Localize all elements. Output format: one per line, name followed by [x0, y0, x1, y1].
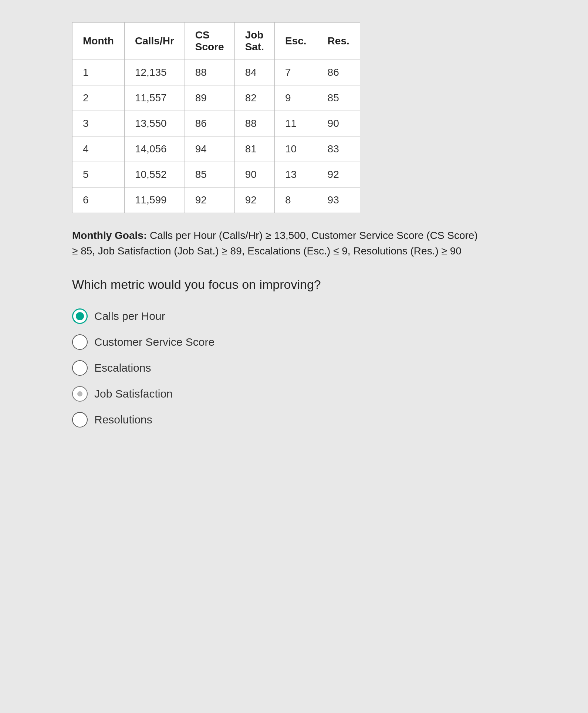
radio-option[interactable]: Escalations	[72, 360, 516, 376]
table-row: 510,55285901392	[72, 162, 360, 187]
table-cell: 2	[72, 85, 125, 111]
table-cell: 93	[317, 187, 360, 213]
table-header-row: MonthCalls/HrCS ScoreJob Sat.Esc.Res.	[72, 23, 360, 60]
radio-label: Customer Service Score	[94, 336, 214, 348]
table-row: 112,1358884786	[72, 60, 360, 85]
table-cell: 5	[72, 162, 125, 187]
question-text: Which metric would you focus on improvin…	[72, 277, 516, 292]
table-cell: 4	[72, 136, 125, 162]
table-cell: 1	[72, 60, 125, 85]
radio-circle[interactable]	[72, 308, 88, 324]
table-cell: 92	[317, 162, 360, 187]
table-cell: 94	[185, 136, 234, 162]
radio-circle[interactable]	[72, 386, 88, 402]
main-container: MonthCalls/HrCS ScoreJob Sat.Esc.Res. 11…	[72, 22, 516, 428]
radio-options-group: Calls per HourCustomer Service ScoreEsca…	[72, 308, 516, 428]
radio-circle[interactable]	[72, 334, 88, 350]
table-cell: 90	[234, 162, 274, 187]
table-row: 414,05694811083	[72, 136, 360, 162]
table-cell: 10,552	[124, 162, 185, 187]
table-header-cell: Res.	[317, 23, 360, 60]
monthly-goals-label: Monthly Goals:	[72, 230, 147, 241]
table-cell: 7	[274, 60, 317, 85]
table-cell: 13,550	[124, 111, 185, 136]
table-row: 211,5578982985	[72, 85, 360, 111]
table-cell: 88	[234, 111, 274, 136]
radio-option[interactable]: Calls per Hour	[72, 308, 516, 324]
radio-circle[interactable]	[72, 412, 88, 428]
table-cell: 88	[185, 60, 234, 85]
table-cell: 81	[234, 136, 274, 162]
radio-circle[interactable]	[72, 360, 88, 376]
radio-label: Calls per Hour	[94, 310, 165, 322]
table-cell: 3	[72, 111, 125, 136]
table-cell: 86	[317, 60, 360, 85]
table-cell: 14,056	[124, 136, 185, 162]
table-cell: 8	[274, 187, 317, 213]
table-header-cell: Calls/Hr	[124, 23, 185, 60]
radio-option[interactable]: Job Satisfaction	[72, 386, 516, 402]
table-cell: 92	[185, 187, 234, 213]
table-cell: 92	[234, 187, 274, 213]
table-cell: 6	[72, 187, 125, 213]
radio-label: Resolutions	[94, 413, 152, 426]
radio-label: Escalations	[94, 362, 151, 374]
radio-option[interactable]: Resolutions	[72, 412, 516, 428]
table-cell: 85	[185, 162, 234, 187]
table-cell: 9	[274, 85, 317, 111]
table-cell: 84	[234, 60, 274, 85]
table-cell: 83	[317, 136, 360, 162]
table-cell: 11	[274, 111, 317, 136]
radio-label: Job Satisfaction	[94, 388, 173, 400]
table-cell: 13	[274, 162, 317, 187]
table-cell: 82	[234, 85, 274, 111]
metrics-table: MonthCalls/HrCS ScoreJob Sat.Esc.Res. 11…	[72, 22, 360, 213]
table-row: 611,5999292893	[72, 187, 360, 213]
table-cell: 86	[185, 111, 234, 136]
table-cell: 10	[274, 136, 317, 162]
monthly-goals-text: Monthly Goals: Calls per Hour (Calls/Hr)…	[72, 228, 479, 259]
table-header-cell: Job Sat.	[234, 23, 274, 60]
data-table-wrapper: MonthCalls/HrCS ScoreJob Sat.Esc.Res. 11…	[72, 22, 516, 213]
table-cell: 85	[317, 85, 360, 111]
table-header-cell: CS Score	[185, 23, 234, 60]
table-cell: 90	[317, 111, 360, 136]
table-header-cell: Esc.	[274, 23, 317, 60]
table-cell: 12,135	[124, 60, 185, 85]
table-cell: 11,557	[124, 85, 185, 111]
table-row: 313,55086881190	[72, 111, 360, 136]
radio-option[interactable]: Customer Service Score	[72, 334, 516, 350]
table-cell: 89	[185, 85, 234, 111]
table-cell: 11,599	[124, 187, 185, 213]
table-header-cell: Month	[72, 23, 125, 60]
